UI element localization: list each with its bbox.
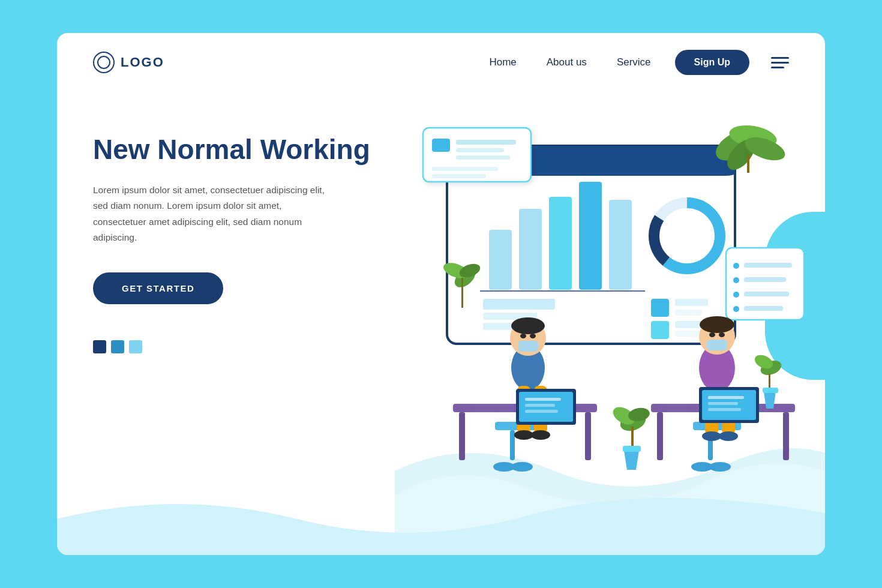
svg-rect-22 <box>675 331 699 337</box>
svg-rect-77 <box>783 412 789 460</box>
hamburger-line-2 <box>771 62 789 64</box>
hamburger-line-3 <box>771 67 784 68</box>
svg-rect-74 <box>623 446 641 452</box>
svg-point-87 <box>719 332 725 337</box>
svg-rect-85 <box>707 340 727 350</box>
svg-rect-52 <box>510 430 515 460</box>
svg-point-59 <box>520 334 526 338</box>
svg-rect-9 <box>609 200 632 290</box>
get-started-button[interactable]: GET STARTED <box>93 272 223 304</box>
page-card: LOGO Home About us Service Sign Up New N… <box>57 33 825 555</box>
svg-rect-76 <box>657 412 663 460</box>
dot-3 <box>129 340 142 353</box>
svg-rect-58 <box>518 341 538 352</box>
dot-2 <box>111 340 124 353</box>
nav-about[interactable]: About us <box>547 56 587 68</box>
svg-rect-95 <box>708 402 738 405</box>
hero-left: New Normal Working Lorem ipsum dolor sit… <box>93 110 399 353</box>
svg-rect-26 <box>456 148 504 152</box>
logo-icon <box>93 52 115 73</box>
svg-point-91 <box>719 431 738 441</box>
svg-point-63 <box>514 430 533 440</box>
nav-service[interactable]: Service <box>617 56 651 68</box>
svg-rect-32 <box>744 263 792 268</box>
hero-description: Lorem ipsum dolor sit amet, consectetuer… <box>93 182 333 245</box>
svg-point-33 <box>733 277 739 283</box>
svg-rect-23 <box>423 128 531 182</box>
svg-point-54 <box>511 462 533 472</box>
svg-rect-68 <box>525 404 555 407</box>
nav-links: Home About us Service <box>489 56 650 68</box>
svg-rect-34 <box>744 277 786 282</box>
svg-rect-94 <box>708 396 744 399</box>
svg-rect-69 <box>525 410 558 413</box>
svg-rect-100 <box>763 388 778 393</box>
svg-rect-28 <box>432 167 498 171</box>
dot-1 <box>93 340 106 353</box>
svg-rect-7 <box>549 197 572 290</box>
svg-point-60 <box>530 334 536 338</box>
svg-rect-96 <box>708 408 741 411</box>
svg-point-64 <box>531 430 550 440</box>
svg-rect-36 <box>744 292 789 296</box>
svg-rect-38 <box>744 306 783 311</box>
svg-point-86 <box>709 332 715 337</box>
svg-rect-5 <box>489 230 512 290</box>
hero-title: New Normal Working <box>93 134 399 166</box>
logo-text: LOGO <box>121 55 164 70</box>
svg-point-84 <box>700 316 734 333</box>
svg-rect-19 <box>675 299 708 306</box>
logo-area[interactable]: LOGO <box>93 52 164 73</box>
svg-rect-24 <box>432 139 450 152</box>
main-illustration-svg <box>399 98 807 518</box>
bottom-wave-svg <box>57 483 825 555</box>
hamburger-menu[interactable] <box>771 57 789 68</box>
svg-rect-17 <box>651 299 669 317</box>
indicator-dots <box>93 340 399 353</box>
svg-rect-6 <box>519 209 542 290</box>
svg-point-31 <box>733 263 739 269</box>
svg-rect-18 <box>651 321 669 339</box>
svg-rect-47 <box>461 278 463 308</box>
svg-point-57 <box>511 317 545 334</box>
svg-rect-67 <box>525 398 561 401</box>
svg-point-37 <box>733 306 739 312</box>
svg-point-35 <box>733 292 739 298</box>
logo-circle-inner <box>97 56 110 69</box>
svg-point-90 <box>702 431 721 441</box>
svg-rect-43 <box>747 155 749 173</box>
svg-rect-8 <box>579 182 602 290</box>
svg-rect-25 <box>456 140 516 145</box>
nav-home[interactable]: Home <box>489 56 516 68</box>
svg-point-81 <box>709 462 731 472</box>
signup-button[interactable]: Sign Up <box>675 50 749 75</box>
svg-rect-50 <box>585 412 591 460</box>
navbar: LOGO Home About us Service Sign Up <box>57 33 825 92</box>
svg-rect-29 <box>432 174 486 178</box>
svg-rect-14 <box>483 299 555 310</box>
hamburger-line-1 <box>771 57 789 59</box>
svg-rect-20 <box>675 310 702 316</box>
svg-rect-27 <box>456 155 510 160</box>
svg-rect-49 <box>459 412 465 460</box>
